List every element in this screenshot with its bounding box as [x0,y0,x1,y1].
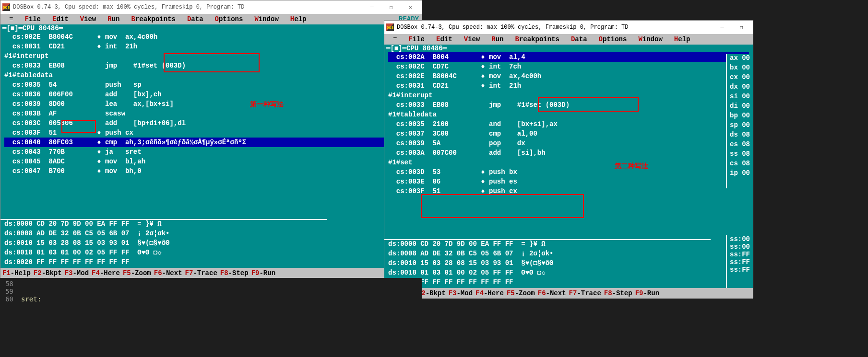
dump-line[interactable]: ds:0008 AD DE 32 0B C5 05 6B 07 ¡ 2σ¦σk• [4,230,323,239]
code-line[interactable]: cs:0035 2100 and [bx+si],ax [388,119,749,129]
code-line[interactable]: cs:002A B004 ♦ mov al,4 [388,52,749,62]
fkey-F6[interactable]: F6-Next [538,289,566,297]
menu-iew[interactable]: View [74,15,102,23]
dump-pane-right[interactable]: ds:0000 CD 20 7D 9D 00 EA FF FF = }¥ Ωds… [384,239,711,288]
code-line[interactable]: cs:002E B8004C ♦ mov ax,4c00h [388,71,749,81]
code-line[interactable]: cs:0045 8ADC ♦ mov bl,ah [4,157,418,166]
stack-line[interactable]: ss:00 [730,235,750,243]
menu-system[interactable]: ≡ [3,15,19,23]
menu-ile[interactable]: File [403,35,430,43]
menu-reakpoints[interactable]: Breakpoints [510,35,565,43]
code-line[interactable]: #1#tabledata [4,70,418,80]
minimize-button[interactable]: — [713,21,732,34]
menu-dit[interactable]: Edit [430,35,458,43]
code-line[interactable]: #1#interupt [4,51,418,61]
fkey-F8[interactable]: F8-Step [604,289,632,297]
code-line[interactable]: cs:0033 EB08 jmp #1#set (003D) [4,61,418,70]
menu-un[interactable]: Run [486,35,509,43]
menu-ata[interactable]: Data [181,15,209,23]
code-line[interactable]: cs:0035 54 push sp [4,80,418,90]
menu-indow[interactable]: Window [249,15,284,23]
register-line[interactable]: bx 00 [730,64,750,73]
fkey-F3[interactable]: F3-Mod [449,289,473,297]
code-editor[interactable]: 585960sret: [0,278,422,305]
code-line[interactable]: cs:0040 80FC03 ♦ cmp ah,3;σêñδ»¶σèƒδâ½σÅ… [4,138,418,147]
fkey-F4[interactable]: F4-Here [476,289,504,297]
fkey-F7[interactable]: F7-Trace [185,269,217,277]
register-line[interactable]: es 08 [730,140,750,150]
code-line[interactable]: cs:0037 3C00 cmp al,00 [388,129,749,138]
code-line[interactable]: cs:0039 5A pop dx [388,138,749,148]
menu-dit[interactable]: Edit [47,15,74,23]
editor-line[interactable]: 59 [2,288,420,295]
code-line[interactable]: cs:003F 51 ♦ push cx [388,186,749,196]
register-line[interactable]: dx 00 [730,83,750,92]
register-line[interactable]: cs 08 [730,160,750,169]
code-line[interactable]: #1#tabledata [388,110,749,119]
code-line[interactable]: cs:0031 CD21 ♦ int 21h [388,81,749,91]
fkey-F8[interactable]: F8-Step [220,269,249,277]
code-line[interactable]: cs:0043 770B ♦ ja sret [4,147,418,157]
fkey-F4[interactable]: F4-Here [92,269,120,277]
menu-iew[interactable]: View [458,35,486,43]
code-line[interactable]: cs:003E 06 ♦ push es [388,177,749,186]
fkey-F9[interactable]: F9-Run [635,289,659,297]
code-pane-left[interactable]: cs:002E B8004C ♦ mov ax,4c00h cs:0031 CD… [0,32,422,185]
titlebar-left[interactable]: DOS DOSBox 0.74-3, Cpu speed: max 100% c… [0,0,422,14]
dump-line[interactable]: ds:0020 FF FF FF FF FF FF FF FF [388,278,707,288]
fkey-F6[interactable]: F6-Next [154,269,182,277]
minimize-button[interactable]: — [362,1,381,13]
menu-ptions[interactable]: Options [209,15,249,23]
register-line[interactable]: cx 00 [730,73,750,83]
menu-elp[interactable]: Help [668,35,696,43]
menu-ptions[interactable]: Options [593,35,633,43]
dump-line[interactable]: ds:0020 FF FF FF FF FF FF FF FF [4,258,323,268]
code-line[interactable]: cs:002C CD7C ♦ int 7ch [388,62,749,71]
stack-line[interactable]: ss:00 [730,243,750,251]
dump-line[interactable]: ds:0010 15 03 28 08 15 03 93 01 §♥(◘§♥ôΘ [388,259,707,269]
registers-pane-right[interactable]: ax 00bx 00cx 00dx 00si 00di 00bp 00sp 00… [726,54,753,188]
fkey-F2[interactable]: F2-Bkpt [34,269,62,277]
menu-elp[interactable]: Help [285,15,312,23]
menu-un[interactable]: Run [102,15,125,23]
fkey-F9[interactable]: F9-Run [251,269,275,277]
stack-line[interactable]: ss:FF [730,251,750,258]
code-line[interactable]: cs:0033 EB08 jmp #1#set (003D) [388,100,749,110]
register-line[interactable]: ss 08 [730,150,750,160]
code-line[interactable]: #1#interupt [388,91,749,100]
code-line[interactable]: cs:003D 53 ♦ push bx [388,167,749,177]
register-line[interactable]: si 00 [730,92,750,102]
menu-system[interactable]: ≡ [387,35,403,43]
code-line[interactable]: #1#set [388,158,749,167]
code-line[interactable]: cs:0036 006F00 add [bx],ch [4,90,418,99]
menu-ata[interactable]: Data [565,35,593,43]
code-line[interactable]: cs:003A 007C00 add [si],bh [388,148,749,158]
dump-line[interactable]: ds:0010 15 03 28 08 15 03 93 01 §♥(◘§♥ôΘ [4,239,323,249]
menu-ile[interactable]: File [19,15,47,23]
maximize-button[interactable]: ☐ [381,1,401,13]
code-pane-right[interactable]: cs:002A B004 ♦ mov al,4 cs:002C CD7C ♦ i… [384,52,753,206]
code-line[interactable]: cs:003F 51 ♦ push cx [4,128,418,138]
dump-line[interactable]: ds:0008 AD DE 32 0B C5 05 6B 07 ¡ 2σ¦σk• [388,250,707,259]
fkey-F5[interactable]: F5-Zoom [123,269,151,277]
stack-line[interactable]: ss:FF [730,266,750,274]
dump-line[interactable]: ds:0000 CD 20 7D 9D 00 EA FF FF = }¥ Ω [4,220,323,230]
register-line[interactable]: bp 00 [730,112,750,121]
editor-line[interactable]: 60sret: [2,295,420,303]
editor-line[interactable]: 58 [2,280,420,288]
fkey-F3[interactable]: F3-Mod [65,269,89,277]
stack-pane-right[interactable]: ss:00ss:00ss:FFss:FFss:FF [726,235,753,288]
fkey-F5[interactable]: F5-Zoom [507,289,535,297]
code-line[interactable]: cs:0039 8D00 lea ax,[bx+si] [4,99,418,109]
menu-indow[interactable]: Window [632,35,668,43]
code-line[interactable]: cs:0031 CD21 ♦ int 21h [4,42,418,51]
register-line[interactable]: sp 00 [730,121,750,131]
fkey-F7[interactable]: F7-Trace [569,289,601,297]
dump-line[interactable]: ds:0000 CD 20 7D 9D 00 EA FF FF = }¥ Ω [388,240,707,250]
code-line[interactable]: cs:002E B8004C ♦ mov ax,4c00h [4,32,418,42]
dump-line[interactable]: ds:0018 01 03 01 00 02 05 FF FF Θ♥Θ ◘☼ [388,269,707,278]
stack-line[interactable]: ss:FF [730,258,750,266]
titlebar-right[interactable]: DOS DOSBox 0.74-3, Cpu speed: max 100% c… [384,21,753,34]
dump-pane-left[interactable]: ds:0000 CD 20 7D 9D 00 EA FF FF = }¥ Ωds… [0,219,327,268]
dump-line[interactable]: ds:0018 01 03 01 00 02 05 FF FF Θ♥Θ ◘☼ [4,249,323,258]
